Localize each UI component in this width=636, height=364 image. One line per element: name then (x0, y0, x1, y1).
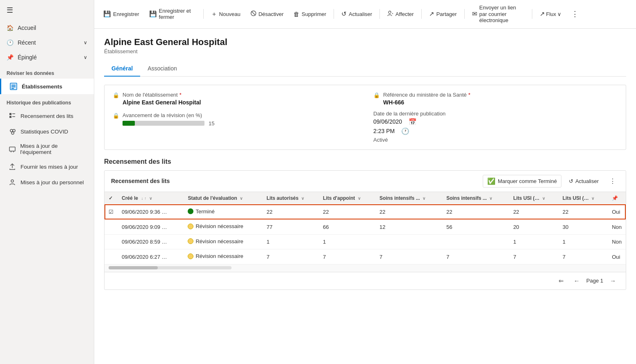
table-header: ✓ Créé le ↓ ↑ ∨ Statut de l'évaluation ∨ (104, 192, 626, 205)
enregistrer-fermer-button[interactable]: 💾 Enregistrer et fermer (145, 6, 200, 23)
tab-general[interactable]: Général (104, 61, 140, 77)
filter-chevron-icon[interactable]: ∨ (240, 196, 243, 201)
reference-value: WH-666 (383, 99, 470, 106)
email-icon: ✉ (472, 10, 477, 18)
sort-icon[interactable]: ↓ ↑ (141, 196, 146, 201)
row-checkbox[interactable] (104, 249, 118, 265)
svg-rect-3 (11, 86, 16, 87)
covid-icon (8, 127, 16, 136)
sidebar-item-label: Établissements (22, 84, 62, 90)
col-cree-le[interactable]: Créé le ↓ ↑ ∨ (118, 192, 184, 205)
marquer-termine-button[interactable]: ✅ Marquer comme Terminé (483, 175, 561, 188)
envoyer-lien-button[interactable]: ✉ Envoyer un lien par courrier électroni… (468, 2, 529, 26)
sidebar-item-covid[interactable]: Statistiques COVID (0, 124, 94, 139)
sidebar-item-recent[interactable]: 🕐 Récent ∨ (0, 35, 94, 50)
status-label: Révision nécessaire (195, 238, 243, 244)
sidebar-item-label: Récent (18, 39, 36, 46)
col-extra: 📌 (608, 192, 626, 205)
nouveau-button[interactable]: ＋ Nouveau (207, 8, 245, 20)
filter-chevron-icon[interactable]: ∨ (422, 196, 425, 201)
active-label: Activé (373, 137, 447, 143)
row-usi2: 22 (559, 204, 608, 219)
hamburger-menu[interactable]: ☰ (0, 0, 94, 20)
filter-chevron-icon[interactable]: ∨ (149, 196, 152, 201)
table-scroll[interactable]: ✓ Créé le ↓ ↑ ∨ Statut de l'évaluation ∨ (104, 192, 626, 265)
sidebar-item-fournir[interactable]: Fournir les mises à jour (0, 159, 94, 174)
table-row[interactable]: ☑ 09/06/2020 9:36 … Terminé 22 22 22 22 … (104, 204, 626, 219)
status-dot-icon (188, 224, 193, 229)
calendar-icon[interactable]: 📅 (409, 118, 417, 126)
svg-point-11 (11, 132, 14, 134)
horizontal-scrollbar[interactable] (104, 265, 626, 272)
filter-chevron-icon[interactable]: ∨ (542, 196, 545, 201)
partager-button[interactable]: ↗ Partager (425, 8, 461, 20)
row-lits-autorises: 7 (262, 249, 319, 265)
prev-page-button[interactable]: ← (570, 276, 583, 286)
chevron-down-icon: ∨ (84, 40, 87, 45)
assign-icon (387, 10, 393, 18)
form-grid: 🔒 Nom de l'établissement * Alpine East G… (113, 92, 618, 143)
sidebar-item-personnel[interactable]: Mises à jour du personnel (0, 174, 94, 190)
col-soins2[interactable]: Soins intensifs ... ∨ (442, 192, 509, 205)
required-star: * (468, 92, 470, 98)
actualiser-button[interactable]: ↺ Actualiser (337, 8, 376, 20)
sidebar-item-accueil[interactable]: 🏠 Accueil (0, 20, 94, 35)
sidebar-item-recensement[interactable]: Recensement des lits (0, 108, 94, 124)
desactiver-button[interactable]: Désactiver (246, 8, 288, 20)
date-label: Date de la dernière publication (373, 111, 447, 117)
sidebar-item-epingle[interactable]: 📌 Épinglé ∨ (0, 50, 94, 65)
sidebar-item-equipement[interactable]: Mises à jour de l'équipement (0, 139, 94, 159)
person-icon (8, 178, 16, 186)
supprimer-button[interactable]: 🗑 Supprimer (289, 9, 330, 20)
filter-chevron-icon[interactable]: ∨ (301, 196, 304, 201)
table-row[interactable]: 09/06/2020 6:27 … Révision nécessaire 7 … (104, 249, 626, 265)
row-checkbox[interactable]: ☑ (104, 204, 118, 219)
row-soins1: 12 (375, 219, 442, 235)
col-usi2[interactable]: Lits USI (… ∨ (559, 192, 608, 205)
scrollbar-thumb[interactable] (109, 266, 158, 269)
filter-chevron-icon[interactable]: ∨ (489, 196, 492, 201)
tab-association[interactable]: Association (140, 61, 184, 77)
table-row[interactable]: 09/06/2020 9:09 … Révision nécessaire 77… (104, 219, 626, 235)
col-lits-autorises[interactable]: Lits autorisés ∨ (262, 192, 319, 205)
chevron-down-icon: ∨ (84, 54, 87, 60)
status-badge: Terminé (188, 208, 214, 215)
first-page-button[interactable]: ⇐ (555, 276, 567, 286)
col-lits-appoint[interactable]: Lits d'appoint ∨ (319, 192, 375, 205)
col-soins1[interactable]: Soins intensifs ... ∨ (375, 192, 442, 205)
enregistrer-button[interactable]: 💾 Enregistrer (99, 8, 143, 20)
form-right: 🔒 Référence du ministère de la Santé * W… (373, 92, 618, 143)
more-options-button[interactable]: ⋮ (606, 175, 619, 187)
sidebar-section-historique: Historique des publications (0, 94, 94, 108)
status-badge: Révision nécessaire (188, 253, 243, 259)
affecter-button[interactable]: Affecter (383, 8, 418, 20)
clock-icon[interactable]: 🕐 (401, 127, 409, 135)
row-checkbox[interactable] (104, 234, 118, 249)
actualiser-section-button[interactable]: ↺ Actualiser (565, 176, 603, 186)
svg-rect-7 (9, 116, 11, 118)
svg-rect-12 (9, 147, 15, 151)
row-lits-appoint: 66 (319, 219, 375, 235)
row-soins2 (442, 234, 509, 249)
status-dot-icon (188, 253, 193, 259)
svg-point-18 (388, 11, 391, 14)
row-soins1: 22 (375, 204, 442, 219)
form-card: 🔒 Nom de l'établissement * Alpine East G… (104, 85, 626, 150)
filter-chevron-icon[interactable]: ∨ (591, 196, 594, 201)
col-usi1[interactable]: Lits USI (… ∨ (509, 192, 558, 205)
row-cree-le: 09/06/2020 8:59 … (118, 234, 184, 249)
filter-chevron-icon[interactable]: ∨ (358, 196, 361, 201)
col-statut[interactable]: Statut de l'évaluation ∨ (184, 192, 262, 205)
progress-bar-fill (123, 121, 135, 126)
sidebar-item-etablissements[interactable]: Établissements (0, 79, 94, 94)
row-checkbox[interactable] (104, 219, 118, 235)
table-row[interactable]: 09/06/2020 8:59 … Révision nécessaire 1 … (104, 234, 626, 249)
sidebar-item-label: Fournir les mises à jour (20, 164, 78, 170)
more-options-button[interactable]: ⋮ (567, 7, 583, 20)
sidebar-item-label: Statistiques COVID (20, 129, 68, 135)
date-value: 09/06/2020 (373, 118, 402, 125)
next-page-button[interactable]: → (606, 276, 619, 286)
check-circle-icon: ✅ (487, 177, 495, 185)
row-extra: Non (608, 219, 626, 235)
flux-button[interactable]: ↗ Flux ∨ (536, 8, 566, 20)
